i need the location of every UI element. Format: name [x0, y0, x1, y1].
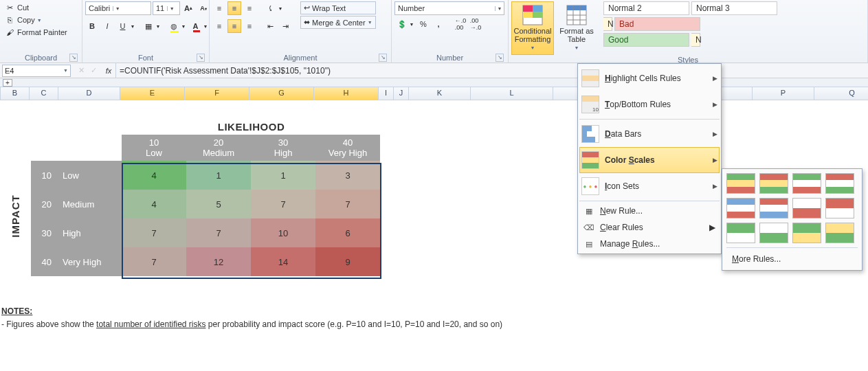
- orientation-button[interactable]: ⤹▼: [263, 1, 284, 15]
- color-scale-option[interactable]: [726, 198, 755, 218]
- number-format-combo[interactable]: Number▼: [394, 1, 504, 15]
- merge-center-button[interactable]: ⬌ Merge & Center ▼: [300, 16, 376, 29]
- color-scale-option[interactable]: [825, 223, 854, 243]
- style-more[interactable]: N: [603, 17, 612, 31]
- decrease-indent-button[interactable]: ⇤: [263, 19, 277, 33]
- underline-button[interactable]: U▼: [115, 19, 136, 33]
- manage-rules-item[interactable]: ▤ Manage Rules...: [579, 236, 720, 252]
- dialog-launcher-icon[interactable]: ↘: [69, 54, 78, 62]
- highlight-cells-rules-item[interactable]: Highlight Cells Rules ▶: [579, 65, 720, 91]
- align-right-button[interactable]: ≡: [243, 19, 256, 33]
- column-header-E[interactable]: E: [120, 87, 185, 100]
- data-bars-item[interactable]: Data Bars ▶: [579, 121, 720, 147]
- matrix-cell[interactable]: 7: [186, 218, 251, 247]
- align-middle-button[interactable]: ≡: [227, 1, 241, 15]
- style-normal3[interactable]: Normal 3: [691, 1, 777, 15]
- column-header-Q[interactable]: Q: [814, 87, 868, 100]
- color-scale-option[interactable]: [792, 223, 821, 243]
- column-header-K[interactable]: K: [409, 87, 471, 100]
- column-header-L[interactable]: L: [471, 87, 553, 100]
- dialog-launcher-icon[interactable]: ↘: [197, 54, 205, 62]
- color-scale-option[interactable]: [726, 223, 755, 243]
- more-rules-item[interactable]: More Rules...: [726, 252, 858, 266]
- style-good[interactable]: Good: [603, 33, 689, 47]
- accounting-format-button[interactable]: 💲▼: [394, 17, 415, 31]
- cell-styles-gallery[interactable]: Normal 2 Normal 3 N Bad Good N: [603, 1, 782, 47]
- matrix-cell[interactable]: 10: [251, 218, 315, 247]
- style-bad[interactable]: Bad: [614, 17, 700, 31]
- matrix-cell[interactable]: 1: [251, 161, 315, 190]
- top-bottom-rules-item[interactable]: 10 Top/Bottom Rules ▶: [579, 91, 720, 117]
- style-normal2[interactable]: Normal 2: [603, 1, 689, 15]
- matrix-cell[interactable]: 7: [122, 218, 186, 247]
- alignment-group: ≡ ≡ ≡ ⤹▼ ≡ ≡ ≡ ⇤ ⇥: [210, 0, 392, 63]
- fx-button[interactable]: fx: [102, 67, 115, 75]
- cut-button[interactable]: ✂ Cut: [3, 1, 30, 14]
- bold-button[interactable]: B: [85, 19, 99, 33]
- column-header-D[interactable]: D: [58, 87, 120, 100]
- font-color-button[interactable]: A ▼: [188, 19, 209, 33]
- clear-rules-item[interactable]: ⌫ Clear Rules ▶: [579, 219, 720, 236]
- matrix-cell[interactable]: 4: [122, 190, 186, 218]
- name-box[interactable]: E4▼: [2, 65, 71, 77]
- matrix-cell[interactable]: 6: [315, 218, 380, 247]
- italic-button[interactable]: I: [100, 19, 114, 33]
- color-scale-option[interactable]: [759, 173, 788, 194]
- fill-color-button[interactable]: ◍ ▼: [166, 19, 187, 33]
- column-header-P[interactable]: P: [753, 87, 814, 100]
- formula-input[interactable]: =COUNTIF('Risk Assessment Data'!$J$2:$J$…: [115, 63, 868, 78]
- conditional-formatting-button[interactable]: Conditional Formatting ▼: [511, 1, 554, 55]
- color-scale-option[interactable]: [726, 173, 755, 194]
- matrix-cell[interactable]: 5: [186, 190, 251, 218]
- matrix-cell[interactable]: 12: [186, 247, 251, 276]
- dialog-launcher-icon[interactable]: ↘: [379, 54, 387, 62]
- matrix-cell[interactable]: 1: [186, 161, 251, 190]
- matrix-cell[interactable]: 3: [315, 161, 380, 190]
- color-scale-option[interactable]: [825, 173, 854, 194]
- color-scale-option[interactable]: [792, 198, 821, 218]
- shrink-font-button[interactable]: A▾: [197, 1, 210, 15]
- align-center-button[interactable]: ≡: [227, 19, 241, 33]
- font-size-combo[interactable]: 11▼: [153, 1, 180, 15]
- color-scale-option[interactable]: [825, 198, 854, 218]
- format-as-table-button[interactable]: Format as Table ▼: [555, 1, 598, 55]
- grow-font-button[interactable]: A▴: [181, 1, 195, 15]
- enter-icon[interactable]: ✓: [88, 66, 99, 75]
- column-header-G[interactable]: G: [249, 87, 314, 100]
- color-scale-option[interactable]: [792, 173, 821, 194]
- column-header-I[interactable]: I: [379, 87, 394, 100]
- decrease-decimal-button[interactable]: .00→.0: [469, 17, 482, 31]
- matrix-cell[interactable]: 9: [315, 247, 380, 276]
- format-painter-button[interactable]: 🖌 Format Painter: [3, 26, 69, 38]
- color-scales-item[interactable]: Color Scales ▶: [579, 147, 720, 173]
- style-more2[interactable]: N: [691, 33, 700, 47]
- copy-button[interactable]: ⎘ Copy ▼: [3, 14, 43, 26]
- font-name-combo[interactable]: Calibri▼: [85, 1, 151, 15]
- column-header-B[interactable]: B: [1, 87, 30, 100]
- color-scale-option[interactable]: [759, 223, 788, 243]
- matrix-cell[interactable]: 7: [251, 190, 315, 218]
- cancel-icon[interactable]: ✕: [76, 66, 87, 75]
- border-button[interactable]: ▦▼: [141, 19, 162, 33]
- column-header-H[interactable]: H: [314, 87, 379, 100]
- matrix-cell[interactable]: 7: [122, 247, 186, 276]
- color-scale-option[interactable]: [759, 198, 788, 218]
- comma-button[interactable]: ,: [432, 17, 445, 31]
- align-top-button[interactable]: ≡: [212, 1, 226, 15]
- increase-indent-button[interactable]: ⇥: [278, 19, 292, 33]
- wrap-text-button[interactable]: ↩ Wrap Text: [300, 1, 376, 14]
- outline-expand-button[interactable]: +: [3, 79, 12, 87]
- column-header-F[interactable]: F: [185, 87, 249, 100]
- dialog-launcher-icon[interactable]: ↘: [496, 54, 504, 62]
- matrix-cell[interactable]: 14: [251, 247, 315, 276]
- column-header-J[interactable]: J: [394, 87, 409, 100]
- matrix-cell[interactable]: 4: [122, 161, 186, 190]
- increase-decimal-button[interactable]: ←.0.00: [454, 17, 467, 31]
- align-left-button[interactable]: ≡: [212, 19, 226, 33]
- column-header-C[interactable]: C: [30, 87, 58, 100]
- icon-sets-item[interactable]: ●●● Icon Sets ▶: [579, 173, 720, 199]
- new-rule-item[interactable]: ▦ New Rule...: [579, 203, 720, 219]
- align-bottom-button[interactable]: ≡: [243, 1, 256, 15]
- percent-button[interactable]: %: [416, 17, 430, 31]
- matrix-cell[interactable]: 7: [315, 190, 380, 218]
